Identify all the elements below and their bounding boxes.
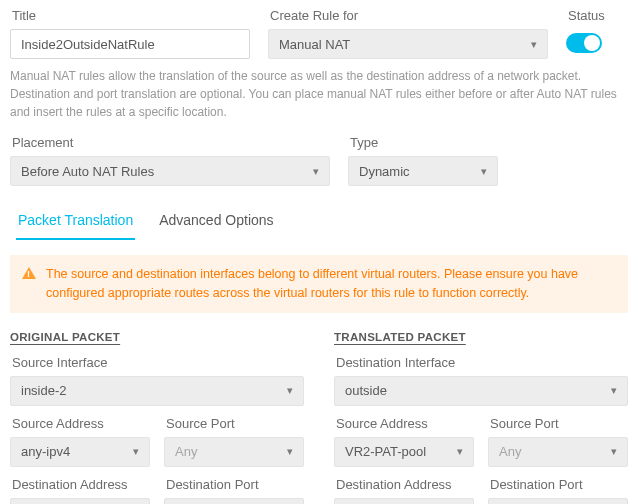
top-row: Title Create Rule for Manual NAT ▾ Statu…	[10, 8, 628, 59]
trans-src-port-value: Any	[499, 444, 521, 459]
trans-dst-if-select[interactable]: outside ▾	[334, 376, 628, 406]
orig-src-if-label: Source Interface	[12, 355, 304, 370]
warning-text: The source and destination interfaces be…	[46, 265, 616, 303]
tabs: Packet Translation Advanced Options	[10, 206, 628, 241]
help-text: Manual NAT rules allow the translation o…	[10, 67, 628, 121]
chevron-down-icon: ▾	[133, 445, 139, 458]
chevron-down-icon: ▾	[457, 445, 463, 458]
placement-label: Placement	[12, 135, 330, 150]
warning-alert: The source and destination interfaces be…	[10, 255, 628, 313]
orig-dst-port-select[interactable]: Any ▾	[164, 498, 304, 505]
original-packet-column: ORIGINAL PACKET Source Interface inside-…	[10, 331, 304, 505]
trans-dst-port-select[interactable]: Any ▾	[488, 498, 628, 505]
translated-packet-column: TRANSLATED PACKET Destination Interface …	[334, 331, 628, 505]
translated-packet-head: TRANSLATED PACKET	[334, 331, 628, 343]
tab-packet-translation[interactable]: Packet Translation	[16, 206, 135, 240]
original-packet-head: ORIGINAL PACKET	[10, 331, 304, 343]
trans-src-port-select[interactable]: Any ▾	[488, 437, 628, 467]
chevron-down-icon: ▾	[611, 445, 617, 458]
placement-value: Before Auto NAT Rules	[21, 164, 154, 179]
title-label: Title	[12, 8, 250, 23]
trans-src-port-label: Source Port	[490, 416, 628, 431]
orig-dst-addr-label: Destination Address	[12, 477, 150, 492]
chevron-down-icon: ▾	[531, 38, 537, 51]
orig-src-port-label: Source Port	[166, 416, 304, 431]
status-label: Status	[568, 8, 605, 23]
trans-dst-port-label: Destination Port	[490, 477, 628, 492]
orig-src-addr-label: Source Address	[12, 416, 150, 431]
orig-src-addr-value: any-ipv4	[21, 444, 70, 459]
orig-dst-addr-select[interactable]: Any ▾	[10, 498, 150, 505]
orig-dst-port-label: Destination Port	[166, 477, 304, 492]
type-label: Type	[350, 135, 498, 150]
type-value: Dynamic	[359, 164, 410, 179]
create-for-value: Manual NAT	[279, 37, 350, 52]
trans-dst-addr-select[interactable]: Any ▾	[334, 498, 474, 505]
title-input[interactable]	[10, 29, 250, 59]
create-for-select[interactable]: Manual NAT ▾	[268, 29, 548, 59]
trans-src-addr-select[interactable]: VR2-PAT-pool ▾	[334, 437, 474, 467]
trans-dst-addr-label: Destination Address	[336, 477, 474, 492]
orig-src-if-select[interactable]: inside-2 ▾	[10, 376, 304, 406]
orig-src-addr-select[interactable]: any-ipv4 ▾	[10, 437, 150, 467]
orig-src-port-value: Any	[175, 444, 197, 459]
chevron-down-icon: ▾	[287, 445, 293, 458]
tab-advanced-options[interactable]: Advanced Options	[157, 206, 275, 240]
trans-dst-if-value: outside	[345, 383, 387, 398]
chevron-down-icon: ▾	[287, 384, 293, 397]
chevron-down-icon: ▾	[313, 165, 319, 178]
orig-src-port-select[interactable]: Any ▾	[164, 437, 304, 467]
trans-src-addr-value: VR2-PAT-pool	[345, 444, 426, 459]
trans-dst-if-label: Destination Interface	[336, 355, 628, 370]
trans-src-addr-label: Source Address	[336, 416, 474, 431]
create-for-label: Create Rule for	[270, 8, 548, 23]
orig-src-if-value: inside-2	[21, 383, 67, 398]
warning-icon	[22, 267, 36, 279]
chevron-down-icon: ▾	[611, 384, 617, 397]
type-select[interactable]: Dynamic ▾	[348, 156, 498, 186]
placement-type-row: Placement Before Auto NAT Rules ▾ Type D…	[10, 135, 628, 186]
placement-select[interactable]: Before Auto NAT Rules ▾	[10, 156, 330, 186]
packet-columns: ORIGINAL PACKET Source Interface inside-…	[10, 331, 628, 505]
chevron-down-icon: ▾	[481, 165, 487, 178]
status-toggle[interactable]	[566, 33, 602, 53]
